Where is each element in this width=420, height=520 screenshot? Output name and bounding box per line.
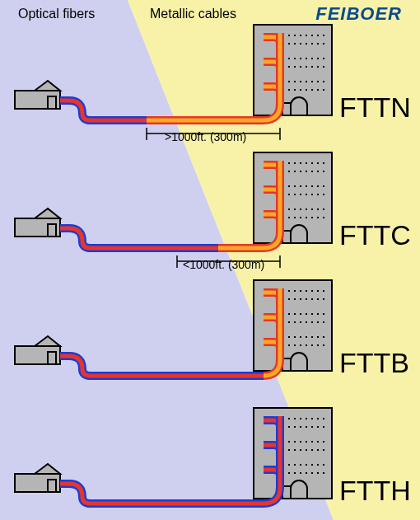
svg-rect-120 — [300, 290, 301, 292]
svg-rect-42 — [311, 81, 313, 82]
svg-rect-19 — [317, 43, 319, 45]
svg-rect-75 — [317, 171, 319, 172]
svg-rect-192 — [317, 441, 319, 443]
svg-rect-215 — [311, 472, 313, 474]
svg-rect-134 — [288, 313, 290, 315]
svg-rect-97 — [306, 208, 307, 210]
svg-rect-41 — [306, 81, 307, 82]
svg-rect-9 — [306, 35, 307, 36]
svg-rect-91 — [317, 194, 319, 195]
svg-rect-34 — [311, 66, 313, 68]
metallic-cables-label: Metallic cables — [150, 7, 236, 21]
svg-rect-10 — [311, 35, 313, 36]
svg-rect-131 — [317, 298, 319, 300]
svg-rect-17 — [306, 43, 307, 45]
svg-rect-52 — [323, 89, 324, 91]
svg-rect-11 — [317, 35, 319, 36]
svg-rect-15 — [294, 43, 296, 45]
fttn-distance: >1000ft. (300m) — [165, 130, 246, 143]
svg-rect-72 — [300, 171, 301, 172]
svg-rect-50 — [311, 89, 313, 91]
svg-rect-83 — [317, 185, 319, 187]
svg-rect-100 — [323, 208, 324, 210]
svg-rect-121 — [306, 290, 307, 292]
svg-rect-203 — [288, 464, 290, 466]
svg-rect-18 — [311, 43, 313, 45]
svg-rect-205 — [300, 464, 301, 466]
svg-rect-185 — [323, 426, 324, 428]
svg-rect-81 — [306, 185, 307, 187]
svg-rect-65 — [306, 162, 307, 164]
svg-rect-197 — [300, 449, 301, 451]
svg-rect-39 — [294, 81, 296, 82]
svg-rect-44 — [323, 81, 324, 82]
fttb-label: FTTB — [339, 347, 409, 379]
svg-rect-87 — [294, 194, 296, 195]
svg-rect-144 — [300, 321, 301, 323]
svg-rect-6 — [288, 35, 290, 36]
svg-rect-132 — [323, 298, 324, 300]
svg-rect-188 — [294, 441, 296, 443]
fttc-distance: <1000ft. (300m) — [183, 258, 264, 271]
svg-rect-90 — [311, 194, 313, 195]
optical-fibers-label: Optical fibers — [18, 7, 95, 21]
svg-rect-80 — [300, 185, 301, 187]
svg-rect-160 — [300, 344, 301, 346]
svg-rect-74 — [311, 171, 313, 172]
svg-rect-7 — [294, 35, 296, 36]
svg-rect-177 — [323, 418, 324, 419]
svg-rect-70 — [288, 171, 290, 172]
svg-rect-145 — [306, 321, 307, 323]
svg-rect-173 — [300, 418, 301, 419]
svg-rect-162 — [311, 344, 313, 346]
svg-rect-63 — [294, 162, 296, 164]
svg-rect-14 — [288, 43, 290, 45]
svg-rect-31 — [294, 66, 296, 68]
svg-rect-94 — [288, 208, 290, 210]
svg-rect-207 — [311, 464, 313, 466]
svg-rect-28 — [323, 58, 324, 59]
svg-rect-122 — [311, 290, 313, 292]
svg-rect-118 — [288, 290, 290, 292]
svg-rect-89 — [306, 194, 307, 195]
svg-rect-16 — [300, 43, 301, 45]
brand-logo: FEIBOER — [315, 3, 402, 25]
svg-rect-159 — [294, 344, 296, 346]
svg-rect-208 — [317, 464, 319, 466]
svg-rect-95 — [294, 208, 296, 210]
svg-rect-78 — [288, 185, 290, 187]
svg-rect-86 — [288, 194, 290, 195]
svg-rect-182 — [306, 426, 307, 428]
svg-rect-142 — [288, 321, 290, 323]
svg-rect-181 — [300, 426, 301, 428]
svg-rect-200 — [317, 449, 319, 451]
svg-rect-96 — [300, 208, 301, 210]
svg-rect-40 — [300, 81, 301, 82]
svg-rect-164 — [323, 344, 324, 346]
svg-rect-26 — [311, 58, 313, 59]
svg-rect-30 — [288, 66, 290, 68]
svg-rect-147 — [317, 321, 319, 323]
svg-rect-46 — [288, 89, 290, 91]
svg-rect-150 — [288, 336, 290, 338]
svg-rect-107 — [317, 217, 319, 218]
svg-rect-48 — [300, 89, 301, 91]
svg-rect-119 — [294, 290, 296, 292]
svg-rect-175 — [311, 418, 313, 419]
svg-rect-67 — [317, 162, 319, 164]
svg-rect-129 — [306, 298, 307, 300]
svg-rect-76 — [323, 171, 324, 172]
svg-rect-193 — [323, 441, 324, 443]
svg-rect-130 — [311, 298, 313, 300]
svg-rect-123 — [317, 290, 319, 292]
svg-rect-146 — [311, 321, 313, 323]
svg-rect-135 — [294, 313, 296, 315]
svg-rect-33 — [306, 66, 307, 68]
svg-rect-156 — [323, 336, 324, 338]
svg-rect-158 — [288, 344, 290, 346]
svg-rect-161 — [306, 344, 307, 346]
svg-rect-92 — [323, 194, 324, 195]
svg-rect-38 — [288, 81, 290, 82]
svg-rect-168 — [48, 352, 56, 364]
svg-rect-79 — [294, 185, 296, 187]
